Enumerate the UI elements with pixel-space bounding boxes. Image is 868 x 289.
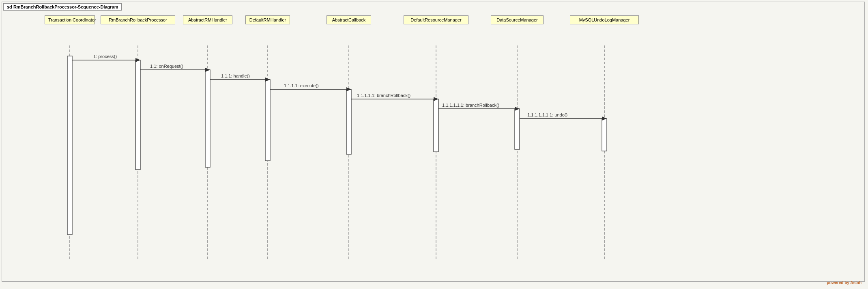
svg-text:1.1: onRequest(): 1.1: onRequest(): [150, 64, 183, 69]
svg-marker-20: [205, 68, 210, 72]
svg-text:1.1.1: handle(): 1.1.1: handle(): [221, 73, 250, 78]
diagram-container: sd RmBranchRollbackProcessor-Sequence-Di…: [0, 0, 868, 289]
svg-marker-32: [515, 107, 520, 111]
svg-marker-17: [135, 58, 140, 62]
svg-rect-10: [205, 70, 210, 167]
lifeline-box-abcb: AbstractCallback: [327, 15, 371, 24]
svg-rect-11: [265, 80, 270, 161]
svg-rect-13: [434, 99, 438, 152]
lifeline-box-dsm: DataSourceManager: [491, 15, 544, 24]
lifeline-box-mysql: MySQLUndoLogManager: [570, 15, 639, 24]
powered-by-label: powered by Astah: [827, 280, 862, 285]
svg-text:1.1.1.1.1: branchRollback(): 1.1.1.1.1: branchRollback(): [357, 93, 410, 98]
svg-text:1.1.1.1.1.1.1: undo(): 1.1.1.1.1.1.1: undo(): [527, 112, 567, 117]
svg-marker-26: [346, 87, 351, 91]
svg-rect-12: [346, 89, 351, 154]
outer-frame: [2, 2, 865, 282]
svg-rect-15: [602, 119, 607, 151]
svg-rect-14: [515, 109, 520, 149]
lifeline-box-rmbr: RmBranchRollbackProcessor: [101, 15, 175, 24]
svg-marker-23: [265, 78, 270, 82]
svg-marker-35: [602, 116, 607, 121]
svg-rect-9: [135, 60, 140, 170]
svg-rect-8: [67, 56, 72, 235]
svg-text:1.1.1.1: execute(): 1.1.1.1: execute(): [284, 83, 319, 88]
lifeline-box-defrmh: DefaultRMHandler: [245, 15, 290, 24]
lifeline-box-tc: Transaction Coordinator: [45, 15, 95, 24]
sequence-diagram-svg: 1: process() 1.1: onRequest() 1.1.1: han…: [0, 0, 868, 289]
lifeline-box-abrmh: AbstractRMHandler: [183, 15, 232, 24]
lifeline-box-defrm: DefaultResourceManager: [404, 15, 468, 24]
svg-marker-29: [434, 97, 438, 101]
svg-text:1.1.1.1.1.1: branchRollback(): 1.1.1.1.1.1: branchRollback(): [442, 103, 499, 108]
sd-label: sd RmBranchRollbackProcessor-Sequence-Di…: [3, 3, 122, 11]
svg-text:1: process(): 1: process(): [93, 54, 117, 59]
